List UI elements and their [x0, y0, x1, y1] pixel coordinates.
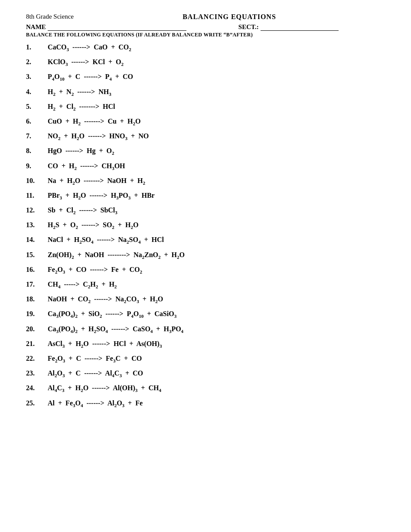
- equation-item-25: 25.Al + Fe3O4 ------> Al2O3 + Fe: [26, 399, 385, 408]
- equation-item-22: 22.Fe2O3 + C ------> Fe3C + CO: [26, 355, 385, 363]
- eq-formula: Zn(OH)2 + NaOH --------> Na2ZnO2 + H2O: [48, 251, 385, 260]
- equation-item-5: 5.H2 + Cl2 -------> HCl: [26, 103, 385, 111]
- equations-list: 1.CaCO3 ------> CaO + CO22.KClO3 ------>…: [26, 43, 385, 408]
- eq-number: 8.: [26, 147, 48, 155]
- equation-item-4: 4.H2 + N2 ------> NH3: [26, 88, 385, 97]
- eq-formula: Ca3(PO4)2 + H2SO4 ------> CaSO4 + H3PO4: [48, 325, 385, 334]
- equation-item-18: 18.NaOH + CO2 ------> Na2CO3 + H2O: [26, 295, 385, 304]
- eq-formula: CO + H2 ------> CH3OH: [48, 162, 385, 171]
- eq-formula: PBr3 + H2O ------> H3PO3 + HBr: [48, 192, 385, 200]
- eq-formula: P4O10 + C ------> P4 + CO: [48, 73, 385, 82]
- eq-number: 1.: [26, 43, 48, 51]
- equation-item-2: 2.KClO3 ------> KCl + O2: [26, 58, 385, 67]
- equation-item-16: 16.Fe2O3 + CO ------> Fe + CO2: [26, 266, 385, 274]
- eq-number: 23.: [26, 369, 48, 377]
- eq-number: 16.: [26, 266, 48, 274]
- eq-formula: NO2 + H2O ------> HNO3 + NO: [48, 132, 385, 141]
- eq-formula: CH4 -----> C2H2 + H2: [48, 281, 385, 289]
- equation-item-14: 14.NaCl + H2SO4 ------> Na2SO4 + HCl: [26, 236, 385, 245]
- name-line: [48, 30, 186, 31]
- eq-formula: Na + H2O -------> NaOH + H2: [48, 177, 385, 186]
- eq-formula: H2S + O2 ------> SO2 + H2O: [48, 221, 385, 230]
- equation-item-10: 10.Na + H2O -------> NaOH + H2: [26, 177, 385, 186]
- eq-number: 21.: [26, 340, 48, 348]
- eq-number: 11.: [26, 192, 48, 199]
- equation-item-1: 1.CaCO3 ------> CaO + CO2: [26, 43, 385, 52]
- eq-formula: NaOH + CO2 ------> Na2CO3 + H2O: [48, 295, 385, 304]
- eq-number: 22.: [26, 355, 48, 362]
- eq-number: 20.: [26, 325, 48, 333]
- sect-line: [261, 30, 339, 31]
- eq-number: 4.: [26, 88, 48, 96]
- eq-number: 18.: [26, 295, 48, 303]
- equation-item-8: 8.HgO ------> Hg + O2: [26, 147, 385, 156]
- eq-number: 3.: [26, 73, 48, 81]
- equation-item-17: 17.CH4 -----> C2H2 + H2: [26, 281, 385, 289]
- equation-item-11: 11.PBr3 + H2O ------> H3PO3 + HBr: [26, 192, 385, 200]
- eq-number: 15.: [26, 251, 48, 259]
- eq-number: 13.: [26, 221, 48, 229]
- eq-number: 25.: [26, 399, 48, 407]
- equation-item-19: 19.Ca3(PO4)2 + SiO2 ------> P4O10 + CaSi…: [26, 310, 385, 319]
- eq-formula: CaCO3 ------> CaO + CO2: [48, 43, 385, 52]
- eq-formula: Al4C3 + H2O ------> Al(OH)3 + CH4: [48, 384, 385, 393]
- eq-formula: CuO + H2 -------> Cu + H2O: [48, 117, 385, 126]
- sect-label: SECT.:: [238, 23, 259, 31]
- equation-item-12: 12.Sb + Cl2 ------> SbCl3: [26, 206, 385, 215]
- page-title: BALANCING EQUATIONS: [74, 13, 385, 21]
- eq-number: 24.: [26, 384, 48, 392]
- equation-item-20: 20.Ca3(PO4)2 + H2SO4 ------> CaSO4 + H3P…: [26, 325, 385, 334]
- eq-formula: HgO ------> Hg + O2: [48, 147, 385, 156]
- eq-number: 2.: [26, 58, 48, 66]
- eq-number: 7.: [26, 132, 48, 140]
- eq-number: 5.: [26, 103, 48, 111]
- equation-item-15: 15.Zn(OH)2 + NaOH --------> Na2ZnO2 + H2…: [26, 251, 385, 260]
- equation-item-3: 3.P4O10 + C ------> P4 + CO: [26, 73, 385, 82]
- equation-item-13: 13.H2S + O2 ------> SO2 + H2O: [26, 221, 385, 230]
- eq-formula: Al2O3 + C ------> Al4C3 + CO: [48, 369, 385, 378]
- eq-formula: Ca3(PO4)2 + SiO2 ------> P4O10 + CaSiO3: [48, 310, 385, 319]
- eq-number: 9.: [26, 162, 48, 170]
- eq-formula: KClO3 ------> KCl + O2: [48, 58, 385, 67]
- eq-formula: Fe2O3 + CO ------> Fe + CO2: [48, 266, 385, 274]
- eq-formula: Fe2O3 + C ------> Fe3C + CO: [48, 355, 385, 363]
- equation-item-9: 9.CO + H2 ------> CH3OH: [26, 162, 385, 171]
- equation-item-6: 6.CuO + H2 -------> Cu + H2O: [26, 117, 385, 126]
- equation-item-7: 7.NO2 + H2O ------> HNO3 + NO: [26, 132, 385, 141]
- eq-formula: NaCl + H2SO4 ------> Na2SO4 + HCl: [48, 236, 385, 245]
- eq-formula: Sb + Cl2 ------> SbCl3: [48, 206, 385, 215]
- eq-formula: AsCl3 + H2O ------> HCl + As(OH)3: [48, 340, 385, 349]
- eq-number: 6.: [26, 117, 48, 125]
- equation-item-23: 23.Al2O3 + C ------> Al4C3 + CO: [26, 369, 385, 378]
- eq-number: 17.: [26, 281, 48, 288]
- equation-item-24: 24.Al4C3 + H2O ------> Al(OH)3 + CH4: [26, 384, 385, 393]
- equation-item-21: 21.AsCl3 + H2O ------> HCl + As(OH)3: [26, 340, 385, 349]
- eq-number: 19.: [26, 310, 48, 318]
- page-container: 8th Grade Science BALANCING EQUATIONS NA…: [26, 13, 385, 408]
- eq-number: 14.: [26, 236, 48, 244]
- eq-formula: Al + Fe3O4 ------> Al2O3 + Fe: [48, 399, 385, 408]
- eq-number: 12.: [26, 206, 48, 214]
- subject-label: 8th Grade Science: [26, 13, 74, 20]
- eq-formula: H2 + Cl2 -------> HCl: [48, 103, 385, 111]
- eq-number: 10.: [26, 177, 48, 185]
- name-label: NAME: [26, 23, 46, 31]
- eq-formula: H2 + N2 ------> NH3: [48, 88, 385, 97]
- instructions-text: BALANCE THE FOLLOWING EQUATIONS (IF ALRE…: [26, 32, 385, 38]
